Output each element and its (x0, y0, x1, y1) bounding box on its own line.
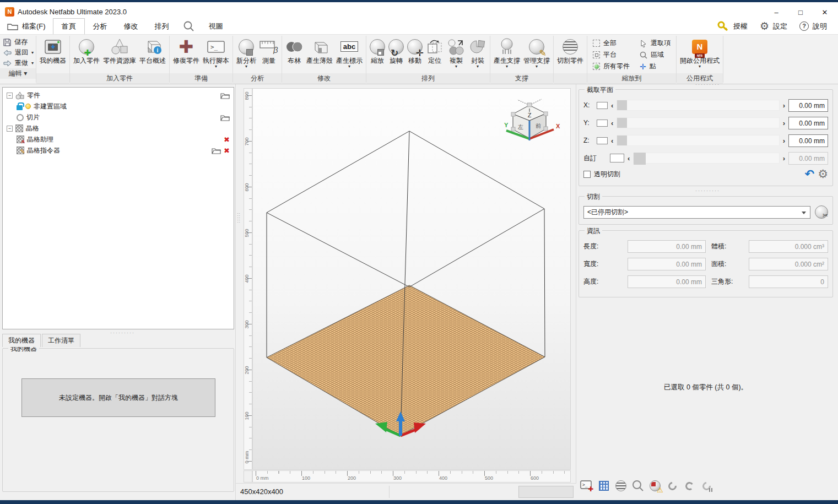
run-scripts-button[interactable]: >_ 執行腳本 ▾ (201, 36, 231, 68)
transparent-cut-checkbox[interactable] (583, 171, 591, 178)
manage-support-button[interactable]: ✎ 管理支撐 ▾ (522, 36, 552, 68)
tree-item-lattice-commander[interactable]: ✎ 晶格指令器 ✖ (4, 145, 232, 156)
platform-overview-button[interactable]: i 平台概述 (138, 36, 167, 64)
cut-tool-button[interactable]: ✂ (815, 205, 828, 219)
tab-view[interactable]: 視圖 (201, 18, 231, 34)
tree-item-lattice-assistant[interactable]: A 晶格助理 ✖ (4, 134, 232, 145)
clip-z-value[interactable]: 0.00 mm (788, 134, 828, 147)
redo-button[interactable]: 重做 ▾ (3, 58, 34, 68)
open-folder-icon[interactable] (220, 114, 230, 121)
analysis-warning-tool[interactable]: ⚠ (648, 478, 662, 494)
clipping-settings-icon[interactable]: ⚙ (818, 169, 828, 179)
move-button[interactable]: ✛ 移動 (406, 36, 424, 64)
expander-icon[interactable]: − (7, 93, 13, 99)
clip-x-decrease[interactable]: ‹ (611, 102, 613, 109)
open-utility-button[interactable]: NNFB 開啟公用程式 ▾ (678, 36, 721, 68)
create-support-button[interactable]: 產生支撐 ▾ (492, 36, 522, 68)
rotate-button[interactable]: ↻ 旋轉 (387, 36, 406, 64)
run-scripts-dropdown-arrow[interactable]: ▾ (215, 64, 217, 68)
clip-x-slider[interactable] (617, 100, 779, 111)
open-folder-icon[interactable] (212, 147, 221, 154)
splitter-handle[interactable]: ········· (695, 82, 720, 87)
create-label-dropdown-arrow[interactable]: ▾ (348, 64, 350, 68)
lattice-view-tool[interactable] (597, 478, 611, 494)
splitter-handle[interactable]: ········· (110, 330, 135, 335)
file-menu-button[interactable]: 檔案(F) (0, 18, 53, 34)
clip-z-slider-thumb[interactable] (617, 136, 627, 145)
bulb-icon[interactable] (25, 104, 31, 109)
clip-z-decrease[interactable]: ‹ (611, 137, 613, 144)
view-cube[interactable]: Z 左 前 Y X (501, 95, 561, 155)
clip-y-value[interactable]: 0.00 mm (788, 117, 828, 129)
clip-custom-increase[interactable]: › (783, 155, 785, 162)
position-button[interactable]: 定位 (424, 36, 445, 64)
new-analysis-dropdown-arrow[interactable]: ▾ (245, 64, 247, 68)
clip-custom-checkbox[interactable] (610, 154, 624, 162)
zoom-selection-button[interactable]: 選取項 (636, 37, 674, 49)
clip-custom-decrease[interactable]: ‹ (628, 155, 630, 162)
license-button[interactable]: 授權 (712, 21, 753, 32)
boolean-button[interactable]: 布林 (284, 36, 305, 64)
my-machines-button[interactable]: 我的機器 (38, 36, 68, 64)
reset-clipping-icon[interactable]: ↶ (805, 169, 815, 180)
panel-divider-left[interactable] (235, 84, 236, 500)
open-folder-icon[interactable] (220, 92, 230, 99)
clip-x-slider-thumb[interactable] (617, 100, 627, 110)
splitter-handle[interactable]: ·········· (237, 212, 240, 223)
settings-button[interactable]: ⚙ 設定 (754, 21, 793, 31)
delete-icon[interactable]: ✖ (224, 136, 230, 144)
tab-modify[interactable]: 修改 (116, 18, 147, 34)
clip-x-value[interactable]: 0.00 mm (788, 99, 828, 112)
new-analysis-button[interactable]: 新分析 ▾ (235, 36, 258, 68)
cuts-dropdown[interactable]: <已停用切割> (583, 206, 810, 219)
save-button[interactable]: 儲存 (3, 37, 34, 47)
add-part-button[interactable]: ✚ 加入零件 (72, 36, 101, 64)
clip-y-increase[interactable]: › (783, 120, 785, 127)
pack-tool-1[interactable] (665, 478, 679, 494)
clip-custom-slider-thumb[interactable] (634, 153, 646, 165)
tree-item-parts[interactable]: − 零件 (4, 90, 232, 101)
clip-custom-slider[interactable] (633, 153, 779, 164)
slice-view-tool[interactable] (614, 478, 628, 494)
tab-job-list[interactable]: 工作清單 (42, 334, 80, 347)
undo-button[interactable]: 退回 ▾ (3, 47, 34, 58)
clip-y-decrease[interactable]: ‹ (611, 120, 613, 127)
undo-dropdown-arrow[interactable]: ▾ (31, 51, 34, 55)
clip-z-checkbox[interactable] (597, 137, 608, 144)
panel-divider-right[interactable] (576, 84, 576, 500)
delete-icon[interactable]: ✖ (224, 147, 230, 155)
splitter-handle[interactable]: ········· (695, 188, 720, 193)
redo-dropdown-arrow[interactable]: ▾ (31, 61, 34, 65)
tab-my-machines[interactable]: 我的機器 (2, 334, 41, 347)
tab-analysis[interactable]: 分析 (85, 18, 116, 34)
cut-parts-button[interactable]: 切割零件 (555, 36, 585, 64)
create-label-button[interactable]: abc 產生標示 ▾ (334, 36, 364, 68)
part-library-button[interactable]: 零件資源庫 (101, 36, 138, 64)
zoom-area-button[interactable]: 區域 (636, 49, 674, 61)
help-button[interactable]: ? 說明 (794, 21, 832, 31)
edit-group-menu[interactable]: 編輯 ▾ (0, 68, 36, 79)
clip-z-slider[interactable] (617, 135, 779, 146)
repair-parts-button[interactable]: ✚ 修復零件 (171, 36, 201, 64)
tree-item-lattice[interactable]: − 晶格 (4, 123, 232, 134)
create-support-dropdown-arrow[interactable]: ▾ (506, 64, 508, 68)
pack-tool-2[interactable] (682, 478, 696, 494)
tab-arrange[interactable]: 排列 (147, 18, 177, 34)
expander-icon[interactable]: − (7, 126, 13, 132)
zoom-point-button[interactable]: ✛點 (636, 61, 674, 72)
run-script-tool[interactable]: >_✚ (580, 478, 594, 494)
manage-support-dropdown-arrow[interactable]: ▾ (536, 64, 538, 68)
zoom-area-tool[interactable] (631, 478, 645, 494)
pack-dropdown-arrow[interactable]: ▾ (477, 64, 479, 68)
zoom-all-button[interactable]: 全部 (589, 37, 634, 49)
clip-y-checkbox[interactable] (597, 120, 608, 127)
pack-button[interactable]: 封裝 ▾ (467, 36, 488, 68)
search-button[interactable] (177, 18, 201, 34)
tree-item-no-build-zone[interactable]: 非建置區域 (4, 101, 232, 112)
clip-y-slider[interactable] (617, 117, 779, 128)
zoom-platform-button[interactable]: 平台 (589, 49, 634, 61)
duplicate-button[interactable]: 複製 ▾ (445, 36, 467, 68)
clip-y-slider-thumb[interactable] (617, 118, 627, 128)
clip-z-increase[interactable]: › (783, 137, 785, 144)
scale-button[interactable]: 縮放 (368, 36, 387, 64)
